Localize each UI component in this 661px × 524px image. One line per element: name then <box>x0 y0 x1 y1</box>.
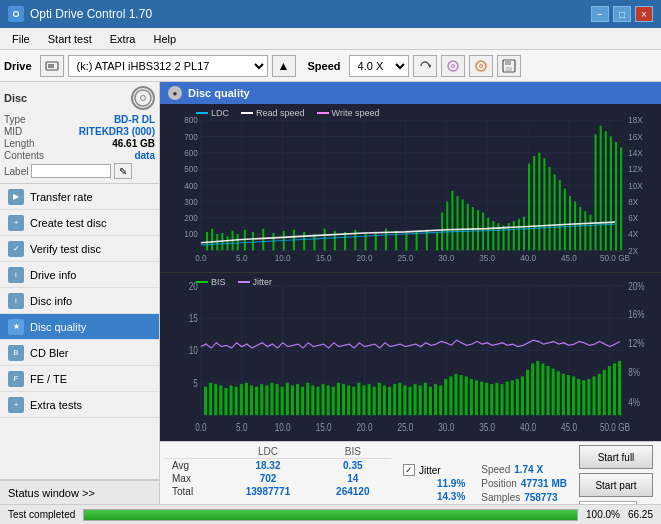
col-header-bis: BIS <box>315 445 391 459</box>
svg-rect-230 <box>557 371 560 415</box>
svg-rect-238 <box>598 374 601 415</box>
svg-rect-194 <box>373 387 376 415</box>
bottom-value: 66.25 <box>628 509 653 520</box>
menu-extra[interactable]: Extra <box>102 31 144 47</box>
close-button[interactable]: × <box>635 6 653 22</box>
svg-rect-176 <box>281 387 284 415</box>
svg-rect-75 <box>313 234 315 250</box>
svg-text:50.0 GB: 50.0 GB <box>600 253 630 263</box>
save-icon-btn[interactable] <box>497 55 521 77</box>
minimize-button[interactable]: − <box>591 6 609 22</box>
svg-point-6 <box>479 64 482 67</box>
svg-rect-240 <box>608 366 611 415</box>
svg-text:4X: 4X <box>628 229 638 239</box>
svg-rect-123 <box>620 147 622 250</box>
svg-rect-220 <box>506 382 509 416</box>
svg-rect-222 <box>516 379 519 415</box>
bottom-percent: 100.0% <box>586 509 620 520</box>
svg-text:4%: 4% <box>628 397 640 408</box>
nav-disc-quality[interactable]: ★ Disc quality <box>0 314 159 340</box>
jitter-checkbox[interactable]: ✓ <box>403 464 415 476</box>
buttons-section: Start full Start part <box>575 445 657 497</box>
menu-start-test[interactable]: Start test <box>40 31 100 47</box>
svg-rect-62 <box>211 229 213 251</box>
app-icon: O <box>8 6 24 22</box>
svg-text:12X: 12X <box>628 164 643 174</box>
position-value: 47731 MB <box>521 478 567 489</box>
disc-label-set-btn[interactable]: ✎ <box>114 163 132 179</box>
jitter-max-row: 14.3% <box>403 491 465 502</box>
svg-text:15.0: 15.0 <box>316 422 332 433</box>
nav-verify-test-disc[interactable]: ✓ Verify test disc <box>0 236 159 262</box>
svg-rect-203 <box>419 385 422 415</box>
drive-icon-btn[interactable] <box>40 55 64 77</box>
svg-rect-193 <box>368 384 371 415</box>
svg-rect-102 <box>513 221 515 250</box>
nav-transfer-rate[interactable]: ▶ Transfer rate <box>0 184 159 210</box>
svg-text:6X: 6X <box>628 213 638 223</box>
bottom-status-text: Test completed <box>8 509 75 520</box>
start-part-button[interactable]: Start part <box>579 473 653 497</box>
status-window-label: Status window >> <box>8 487 95 499</box>
svg-rect-69 <box>252 232 254 250</box>
status-window-btn[interactable]: Status window >> <box>0 480 159 504</box>
svg-rect-184 <box>322 384 325 415</box>
chart2-svg: 20 15 10 5 20% 16% 12% 8% 4% 0.0 5.0 10.… <box>160 273 661 441</box>
menu-help[interactable]: Help <box>145 31 184 47</box>
svg-point-5 <box>476 61 486 71</box>
disc-mid-value: RITEKDR3 (000) <box>79 126 155 137</box>
disc-panel-header: Disc <box>4 86 155 110</box>
svg-rect-172 <box>260 384 263 415</box>
drive-select[interactable]: (k:) ATAPI iHBS312 2 PL17 <box>68 55 268 77</box>
burn-icon-btn[interactable] <box>469 55 493 77</box>
nav-cd-bler[interactable]: B CD Bler <box>0 340 159 366</box>
disc-label-label: Label <box>4 166 28 177</box>
svg-rect-199 <box>398 383 401 415</box>
svg-rect-174 <box>270 383 273 415</box>
svg-text:10.0: 10.0 <box>275 422 291 433</box>
legend-jitter: Jitter <box>238 277 273 287</box>
svg-text:16%: 16% <box>628 309 644 320</box>
svg-rect-88 <box>441 212 443 250</box>
chart1-legend: LDC Read speed Write speed <box>196 108 379 118</box>
svg-text:30.0: 30.0 <box>438 253 454 263</box>
toolbar: Drive (k:) ATAPI iHBS312 2 PL17 ▲ Speed … <box>0 50 661 82</box>
start-full-button[interactable]: Start full <box>579 445 653 469</box>
svg-rect-223 <box>521 376 524 415</box>
speed-select[interactable]: 4.0 X <box>349 55 409 77</box>
nav-create-test-disc[interactable]: + Create test disc <box>0 210 159 236</box>
svg-rect-83 <box>395 231 397 251</box>
svg-rect-234 <box>577 379 580 415</box>
svg-text:200: 200 <box>184 213 198 223</box>
svg-text:10.0: 10.0 <box>275 253 291 263</box>
nav-extra-tests[interactable]: + Extra tests <box>0 392 159 418</box>
refresh-icon-btn[interactable] <box>413 55 437 77</box>
jitter-color <box>238 281 250 283</box>
svg-text:25.0: 25.0 <box>397 422 413 433</box>
svg-rect-214 <box>475 380 478 415</box>
svg-rect-224 <box>526 370 529 415</box>
disc-type-value: BD-R DL <box>114 114 155 125</box>
svg-rect-113 <box>569 196 571 250</box>
maximize-button[interactable]: □ <box>613 6 631 22</box>
title-bar-left: O Opti Drive Control 1.70 <box>8 6 152 22</box>
avg-bis-value: 0.35 <box>315 459 391 473</box>
svg-text:15: 15 <box>189 313 198 324</box>
svg-rect-122 <box>615 142 617 250</box>
jitter-header-row: ✓ Jitter <box>403 464 465 476</box>
eject-icon-btn[interactable]: ▲ <box>272 55 296 77</box>
nav-fe-te[interactable]: F FE / TE <box>0 366 159 392</box>
nav-drive-info[interactable]: i Drive info <box>0 262 159 288</box>
disc-label-input[interactable] <box>31 164 111 178</box>
speed-stat-label: Speed <box>481 464 510 475</box>
chart2-section: BIS Jitter <box>160 273 661 441</box>
disc-icon-btn[interactable] <box>441 55 465 77</box>
disc-contents-value: data <box>134 150 155 161</box>
menu-file[interactable]: File <box>4 31 38 47</box>
nav-disc-info[interactable]: i Disc info <box>0 288 159 314</box>
svg-rect-201 <box>408 387 411 415</box>
svg-rect-208 <box>444 379 447 415</box>
write-speed-color <box>317 112 329 114</box>
svg-text:5.0: 5.0 <box>236 253 248 263</box>
svg-rect-91 <box>457 196 459 250</box>
